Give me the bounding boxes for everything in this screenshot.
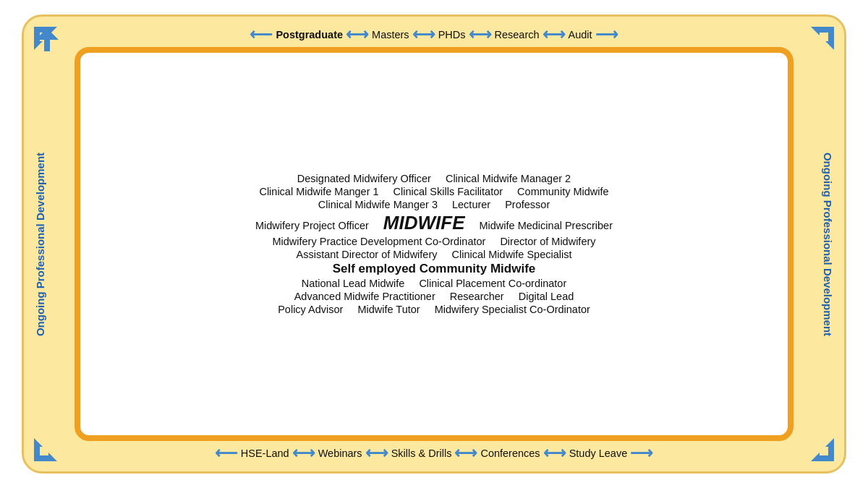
corner-top-right-icon — [804, 22, 838, 57]
arrow-0-icon: ⟵ — [250, 25, 273, 44]
role-professor: Professor — [505, 199, 550, 210]
bot-arrow-2-icon: ⟷ — [365, 444, 388, 463]
role-advanced-midwife-practitioner: Advanced Midwife Practitioner — [294, 291, 435, 302]
arrow-4-icon: ⟷ — [542, 25, 566, 44]
top-label-1: Masters — [372, 29, 409, 40]
svg-marker-4 — [34, 438, 43, 447]
corner-top-left-icon — [30, 22, 64, 57]
role-clinical-midwife-specialist: Clinical Midwife Specialist — [452, 249, 572, 260]
svg-marker-3 — [825, 41, 834, 50]
roles-row-5: Assistant Director of Midwifery Clinical… — [98, 249, 770, 260]
role-lecturer: Lecturer — [452, 199, 490, 210]
role-researcher: Researcher — [450, 291, 504, 302]
roles-grid: Designated Midwifery Officer Clinical Mi… — [98, 173, 770, 315]
roles-row-7: National Lead Midwife Clinical Placement… — [98, 278, 770, 289]
role-midwife-main: MIDWIFE — [383, 212, 465, 234]
bot-arrow-1-icon: ⟷ — [292, 444, 315, 463]
role-midwifery-practice-development: Midwifery Practice Development Co-Ordina… — [272, 236, 485, 247]
role-midwifery-project-officer: Midwifery Project Officer — [255, 220, 369, 231]
role-midwifery-specialist-coordinator: Midwifery Specialist Co-Ordinator — [435, 304, 590, 315]
role-director-of-midwifery: Director of Midwifery — [500, 236, 595, 247]
bot-arrow-5-icon: ⟶ — [630, 444, 653, 463]
arrow-5-icon: ⟶ — [595, 25, 618, 44]
role-midwife-tutor: Midwife Tutor — [357, 304, 420, 315]
arrow-1-icon: ⟷ — [346, 25, 369, 44]
bot-arrow-3-icon: ⟷ — [454, 444, 477, 463]
roles-row-2: Clinical Midwife Manger 3 Lecturer Profe… — [98, 199, 770, 210]
top-label-2: PHDs — [438, 29, 466, 40]
roles-row-8: Advanced Midwife Practitioner Researcher… — [98, 291, 770, 302]
roles-row-4: Midwifery Practice Development Co-Ordina… — [98, 236, 770, 247]
roles-row-3: Midwifery Project Officer MIDWIFE Midwif… — [98, 212, 770, 234]
bot-label-4: Study Leave — [569, 448, 628, 459]
role-clinical-placement: Clinical Placement Co-ordinator — [419, 278, 566, 289]
roles-row-0: Designated Midwifery Officer Clinical Mi… — [98, 173, 770, 184]
left-side-label: Ongoing Professional Development — [34, 152, 46, 335]
svg-marker-7 — [825, 438, 834, 447]
svg-marker-1 — [34, 41, 43, 50]
arrow-2-icon: ⟷ — [412, 25, 435, 44]
corner-bottom-left-icon — [30, 431, 64, 466]
roles-row-1: Clinical Midwife Manger 1 Clinical Skill… — [98, 186, 770, 197]
role-national-lead-midwife: National Lead Midwife — [302, 278, 405, 289]
bot-label-2: Skills & Drills — [391, 448, 452, 459]
top-label-4: Audit — [569, 29, 592, 40]
bottom-arrow-row: ⟵ HSE-Land ⟷ Webinars ⟷ Skills & Drills … — [75, 444, 793, 463]
bot-label-3: Conferences — [480, 448, 540, 459]
top-label-0: Postgraduate — [276, 29, 343, 40]
role-digital-lead: Digital Lead — [519, 291, 574, 302]
bot-arrow-4-icon: ⟷ — [543, 444, 566, 463]
right-side-label: Ongoing Professional Development — [822, 152, 834, 335]
top-item-0: ⟵ Postgraduate ⟷ — [250, 25, 369, 44]
role-midwife-medicinal-prescriber: Midwife Medicinal Prescriber — [479, 220, 613, 231]
role-clinical-midwife-manager-2: Clinical Midwife Manager 2 — [446, 173, 571, 184]
bot-label-1: Webinars — [318, 448, 362, 459]
role-policy-advisor: Policy Advisor — [278, 304, 343, 315]
role-designated-midwifery-officer: Designated Midwifery Officer — [297, 173, 431, 184]
roles-row-6: Self employed Community Midwife — [98, 262, 770, 276]
arrow-3-icon: ⟷ — [469, 25, 492, 44]
role-clinical-skills-facilitator: Clinical Skills Facilitator — [393, 186, 503, 197]
top-arrow-row: ⟵ Postgraduate ⟷ Masters ⟷ PHDs ⟷ Resear… — [75, 25, 793, 44]
svg-marker-2 — [811, 27, 820, 35]
bot-arrow-0-icon: ⟵ — [215, 444, 238, 463]
svg-marker-6 — [811, 453, 820, 461]
bot-label-0: HSE-Land — [241, 448, 289, 459]
outer-frame: Ongoing Professional Development Ongoing… — [22, 14, 846, 474]
role-clinical-midwife-manger-1: Clinical Midwife Manger 1 — [259, 186, 378, 197]
roles-row-9: Policy Advisor Midwife Tutor Midwifery S… — [98, 304, 770, 315]
svg-marker-5 — [48, 453, 57, 461]
role-community-midwife: Community Midwife — [517, 186, 609, 197]
role-clinical-midwife-manger-3: Clinical Midwife Manger 3 — [318, 199, 438, 210]
top-label-3: Research — [495, 29, 540, 40]
role-assistant-director: Assistant Director of Midwifery — [297, 249, 438, 260]
corner-bottom-right-icon — [804, 431, 838, 466]
role-self-employed: Self employed Community Midwife — [333, 262, 536, 276]
roles-inner-box: Designated Midwifery Officer Clinical Mi… — [75, 47, 793, 441]
